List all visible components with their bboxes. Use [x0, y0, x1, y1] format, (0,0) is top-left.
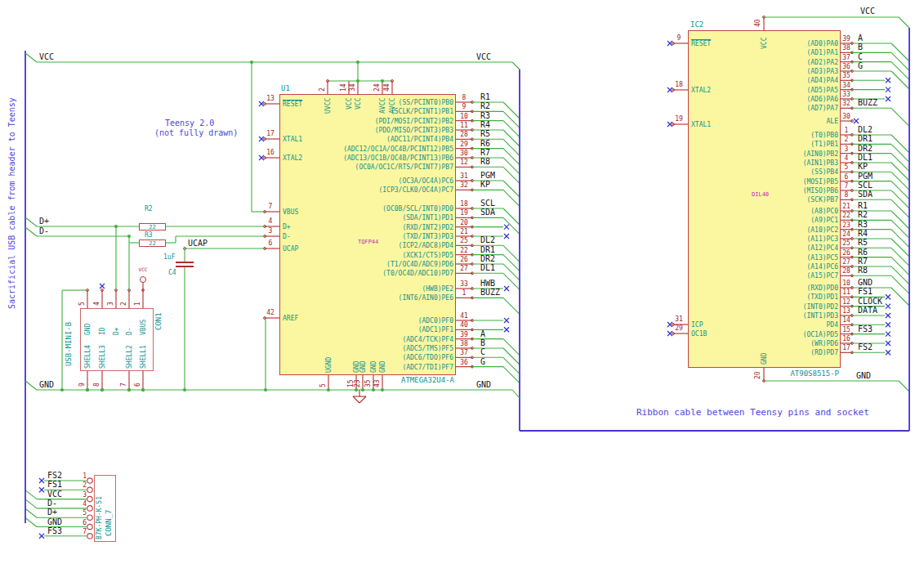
net-label-dminus[interactable]: D- — [39, 227, 49, 235]
connector-pad[interactable] — [87, 524, 92, 529]
wire[interactable] — [891, 154, 909, 172]
wire[interactable] — [891, 43, 909, 61]
net-label-dl1[interactable]: DL1 — [480, 264, 495, 272]
net-label-r2[interactable]: R2 — [858, 211, 868, 219]
net-label-pgm[interactable]: PGM — [858, 172, 873, 181]
net-label-dr1[interactable]: DR1 — [480, 246, 495, 254]
net-label-dl1[interactable]: DL1 — [858, 154, 873, 162]
net-label-gnd[interactable]: GND — [39, 381, 54, 389]
wire[interactable] — [503, 111, 520, 128]
net-label-d+[interactable]: D+ — [47, 508, 57, 517]
wire[interactable] — [891, 190, 909, 208]
wire[interactable] — [25, 217, 37, 226]
net-label-r5[interactable]: R5 — [480, 130, 490, 138]
net-label-clock[interactable]: CLOCK — [858, 298, 882, 306]
net-label-r8[interactable]: R8 — [480, 158, 490, 166]
net-label-scl[interactable]: SCL — [480, 199, 495, 208]
wire[interactable] — [503, 255, 520, 271]
connector-pad[interactable] — [87, 534, 92, 539]
net-label-r8[interactable]: R8 — [858, 266, 868, 275]
net-label-dl2[interactable]: DL2 — [480, 236, 495, 244]
wire[interactable] — [503, 130, 520, 146]
ref-r3[interactable]: R3 — [145, 231, 153, 239]
wire[interactable] — [25, 227, 37, 236]
net-label-ucap[interactable]: UCAP — [188, 239, 208, 248]
connector-pad[interactable] — [87, 478, 92, 483]
ref-r2[interactable]: R2 — [145, 205, 153, 213]
net-label-r3[interactable]: R3 — [858, 221, 868, 229]
net-label-r1[interactable]: R1 — [858, 202, 868, 210]
connector-pad[interactable] — [87, 496, 92, 501]
net-label-r5[interactable]: R5 — [858, 239, 868, 247]
wire[interactable] — [891, 257, 909, 275]
net-label-gnd[interactable]: GND — [47, 518, 62, 526]
net-label-g[interactable]: G — [858, 62, 863, 70]
net-label-a[interactable]: A — [480, 330, 485, 338]
net-label-r4[interactable]: R4 — [858, 230, 868, 238]
connector-pad[interactable] — [87, 487, 92, 492]
net-label-kp[interactable]: KP — [480, 181, 490, 189]
wire[interactable] — [25, 490, 37, 499]
net-label-r4[interactable]: R4 — [480, 121, 490, 129]
wire[interactable] — [891, 62, 909, 80]
net-label-gnd[interactable]: GND — [856, 372, 871, 380]
connector-pad[interactable] — [87, 515, 92, 520]
wire[interactable] — [503, 181, 520, 197]
net-label-fs1[interactable]: FS1 — [47, 481, 62, 489]
wire[interactable] — [25, 53, 37, 62]
net-label-a[interactable]: A — [858, 34, 863, 43]
wire[interactable] — [891, 181, 909, 199]
net-label-data[interactable]: DATA — [858, 307, 877, 315]
wire[interactable] — [899, 17, 909, 28]
net-label-vcc[interactable]: VCC — [860, 7, 875, 16]
net-label-vcc[interactable]: VCC — [47, 490, 62, 499]
wire[interactable] — [25, 381, 37, 390]
net-label-r6[interactable]: R6 — [480, 140, 490, 148]
net-label-dplus[interactable]: D+ — [39, 217, 49, 226]
wire[interactable] — [503, 298, 520, 314]
net-label-gnd[interactable]: GND — [858, 279, 873, 287]
wire[interactable] — [503, 121, 520, 137]
wire[interactable] — [503, 190, 520, 206]
ref-conn7[interactable]: CONN_7 — [105, 509, 113, 536]
wire[interactable] — [503, 149, 520, 165]
net-label-d-[interactable]: D- — [47, 499, 57, 508]
net-label-scl[interactable]: SCL — [858, 181, 873, 190]
wire[interactable] — [503, 139, 520, 155]
net-label-buzz[interactable]: BUZZ — [858, 99, 877, 107]
wire[interactable] — [891, 144, 909, 162]
wire[interactable] — [891, 211, 909, 229]
net-label-buzz[interactable]: BUZZ — [480, 289, 500, 297]
wire[interactable] — [503, 102, 520, 119]
net-label-dr2[interactable]: DR2 — [858, 145, 873, 153]
net-label-sda[interactable]: SDA — [480, 208, 495, 217]
net-label-kp[interactable]: KP — [858, 163, 868, 171]
ref-con1[interactable]: CON1 — [155, 312, 163, 330]
wire[interactable] — [25, 518, 37, 527]
net-label-dl2[interactable]: DL2 — [858, 126, 873, 134]
net-label-r6[interactable]: R6 — [858, 248, 868, 257]
net-label-r3[interactable]: R3 — [480, 112, 490, 120]
net-label-r7[interactable]: R7 — [480, 149, 490, 157]
wire[interactable] — [891, 239, 909, 257]
net-label-c[interactable]: C — [480, 348, 485, 356]
net-label-vcc[interactable]: VCC — [39, 53, 54, 61]
ref-ic2[interactable]: IC2 — [690, 21, 703, 29]
net-label-r2[interactable]: R2 — [480, 102, 490, 110]
net-label-fs2[interactable]: FS2 — [858, 343, 873, 351]
net-label-b[interactable]: B — [480, 339, 485, 347]
net-label-fs3[interactable]: FS3 — [858, 325, 873, 333]
wire[interactable] — [891, 230, 909, 248]
wire[interactable] — [503, 208, 520, 225]
ref-u1[interactable]: U1 — [281, 85, 290, 92]
wire[interactable] — [503, 367, 520, 383]
wire[interactable] — [503, 348, 520, 365]
wire[interactable] — [25, 508, 37, 517]
wire[interactable] — [503, 339, 520, 356]
wire[interactable] — [891, 266, 909, 284]
wire[interactable] — [503, 158, 520, 174]
wire[interactable] — [891, 108, 909, 126]
ref-c4[interactable]: C4 — [168, 269, 176, 276]
wire[interactable] — [503, 167, 520, 183]
net-label-g[interactable]: G — [480, 358, 485, 366]
